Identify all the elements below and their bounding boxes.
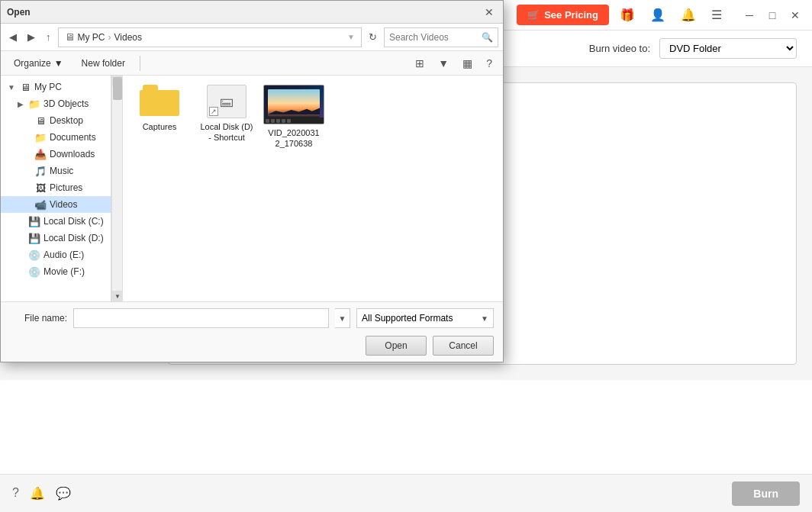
format-select[interactable]: All Supported Formats ▼: [356, 308, 494, 328]
film-hole-5: [287, 119, 291, 123]
new-folder-button[interactable]: New folder: [75, 56, 132, 71]
sidebar-item-3dobjects[interactable]: ▶ 📁 3D Objects: [1, 95, 111, 112]
filename-row: File name: ▼ All Supported Formats ▼: [10, 308, 494, 328]
disk-glyph: 🖴: [220, 94, 234, 110]
expander-3dobjects: ▶: [16, 100, 25, 108]
window-controls: ─ □ ✕: [739, 5, 806, 26]
dialog-title: Open: [7, 7, 31, 18]
sidebar-label-audioe: Audio (E:): [44, 250, 105, 260]
see-pricing-label: See Pricing: [544, 9, 598, 21]
pictures-icon: 🖼: [34, 182, 47, 194]
path-dropdown-arrow[interactable]: ▼: [347, 33, 355, 41]
folder-body: [140, 90, 179, 116]
sidebar-label-desktop: Desktop: [50, 115, 105, 126]
path-folder: Videos: [114, 32, 142, 43]
forward-button[interactable]: ▶: [24, 29, 39, 45]
footer-buttons: Open Cancel: [10, 336, 494, 356]
dialog-titlebar: Open ✕: [1, 1, 503, 24]
sidebar-item-pictures[interactable]: 🖼 Pictures: [1, 179, 111, 196]
cart-icon: 🛒: [527, 9, 540, 21]
film-strip: [264, 118, 324, 124]
organize-label: Organize: [14, 58, 51, 69]
cancel-button[interactable]: Cancel: [433, 336, 494, 356]
dialog-footer: File name: ▼ All Supported Formats ▼ Ope…: [1, 301, 503, 362]
videos-icon: 📹: [34, 199, 47, 211]
sidebar-label-videos: Videos: [50, 199, 105, 210]
sidebar-label-pictures: Pictures: [50, 182, 105, 193]
filename-dropdown-arrow[interactable]: ▼: [335, 308, 350, 328]
sidebar-scrollbar[interactable]: ▲ ▼: [111, 76, 122, 301]
back-button[interactable]: ◀: [5, 29, 21, 45]
open-dialog: Open ✕ ◀ ▶ ↑ 🖥 My PC › Videos ▼ ↻ 🔍 Orga…: [0, 0, 504, 362]
sidebar-label-movief: Movie (F:): [44, 266, 105, 277]
sidebar-item-movief[interactable]: 💿 Movie (F:): [1, 263, 111, 280]
view-small-button[interactable]: ⊞: [411, 54, 429, 72]
file-item-locald-shortcut[interactable]: 🖴 ↗ Local Disk (D) - Shortcut: [196, 82, 257, 153]
search-icon: 🔍: [482, 32, 493, 43]
toolbar-separator: [140, 56, 140, 71]
burn-target-select[interactable]: DVD Folder: [659, 38, 797, 59]
help-icon[interactable]: ?: [12, 486, 19, 501]
3dobjects-icon: 📁: [28, 98, 40, 110]
sidebar-label-music: Music: [50, 166, 105, 176]
gift-icon-button[interactable]: 🎁: [615, 5, 640, 25]
mypc-icon: 🖥: [19, 82, 31, 93]
bottom-icons: ? 🔔 💬: [12, 486, 71, 501]
dialog-addressbar: ◀ ▶ ↑ 🖥 My PC › Videos ▼ ↻ 🔍: [1, 24, 503, 51]
search-input[interactable]: [389, 32, 478, 43]
dialog-toolbar: Organize ▼ New folder ⊞ ▼ ▦ ?: [1, 51, 503, 76]
up-button[interactable]: ↑: [42, 29, 55, 45]
chat-icon[interactable]: 💬: [56, 486, 71, 501]
sidebar-item-locald[interactable]: 💾 Local Disk (D:): [1, 230, 111, 246]
view-list-button[interactable]: ▦: [458, 54, 477, 72]
minimize-button[interactable]: ─: [739, 5, 760, 26]
dialog-sidebar: ▼ 🖥 My PC ▶ 📁 3D Objects 🖥 Desktop 📁: [1, 76, 111, 301]
desktop-icon: 🖥: [34, 115, 47, 127]
folder-icon-captures: [140, 85, 179, 118]
close-app-button[interactable]: ✕: [785, 5, 806, 26]
film-hole-3: [276, 119, 280, 123]
music-icon: 🎵: [34, 166, 47, 177]
sidebar-item-downloads[interactable]: 📥 Downloads: [1, 146, 111, 163]
burn-button[interactable]: Burn: [732, 481, 800, 506]
sidebar-item-videos[interactable]: 📹 Videos: [1, 196, 111, 213]
dialog-files: Captures 🖴 ↗ Local Disk (D) - Shortcut: [123, 76, 503, 301]
format-select-label: All Supported Formats: [362, 313, 453, 324]
organize-button[interactable]: Organize ▼: [7, 56, 70, 71]
bell-icon[interactable]: 🔔: [30, 486, 45, 501]
view-medium-button[interactable]: ▼: [433, 54, 453, 72]
locald-icon: 💾: [28, 233, 40, 244]
new-folder-label: New folder: [82, 58, 125, 69]
sidebar-label-documents: Documents: [50, 132, 105, 143]
sidebar-item-music[interactable]: 🎵 Music: [1, 163, 111, 179]
address-path-box: 🖥 My PC › Videos ▼: [58, 27, 362, 47]
dialog-close-button[interactable]: ✕: [482, 5, 497, 20]
notification-icon-button[interactable]: 🔔: [676, 5, 701, 25]
dialog-body: ▼ 🖥 My PC ▶ 📁 3D Objects 🖥 Desktop 📁: [1, 76, 503, 301]
downloads-icon: 📥: [34, 149, 47, 160]
maximize-button[interactable]: □: [762, 5, 783, 26]
sidebar-item-documents[interactable]: 📁 Documents: [1, 129, 111, 146]
sidebar-item-mypc[interactable]: ▼ 🖥 My PC: [1, 79, 111, 95]
file-label-locald-shortcut: Local Disk (D) - Shortcut: [199, 121, 254, 143]
audioe-icon: 💿: [28, 250, 40, 261]
file-item-vid20200312[interactable]: VID_20200312_170638: [263, 82, 324, 153]
filename-input[interactable]: [73, 308, 329, 328]
help-toolbar-button[interactable]: ?: [482, 54, 497, 72]
menu-icon-button[interactable]: ☰: [707, 5, 727, 25]
movief-icon: 💿: [28, 266, 40, 278]
open-button[interactable]: Open: [366, 336, 427, 356]
sidebar-item-desktop[interactable]: 🖥 Desktop: [1, 112, 111, 129]
see-pricing-button[interactable]: 🛒 See Pricing: [517, 5, 609, 25]
file-item-captures[interactable]: Captures: [129, 82, 190, 153]
refresh-button[interactable]: ↻: [365, 29, 381, 45]
film-hole-4: [282, 119, 285, 123]
scroll-down-button[interactable]: ▼: [112, 291, 123, 301]
scroll-thumb[interactable]: [113, 77, 122, 100]
sidebar-item-localc[interactable]: 💾 Local Disk (C:): [1, 213, 111, 230]
profile-icon-button[interactable]: 👤: [646, 5, 670, 25]
sidebar-container: ▼ 🖥 My PC ▶ 📁 3D Objects 🖥 Desktop 📁: [1, 76, 123, 301]
file-label-captures: Captures: [143, 121, 177, 132]
sidebar-item-audioe[interactable]: 💿 Audio (E:): [1, 246, 111, 263]
bottom-bar: ? 🔔 💬 Burn: [0, 474, 812, 512]
